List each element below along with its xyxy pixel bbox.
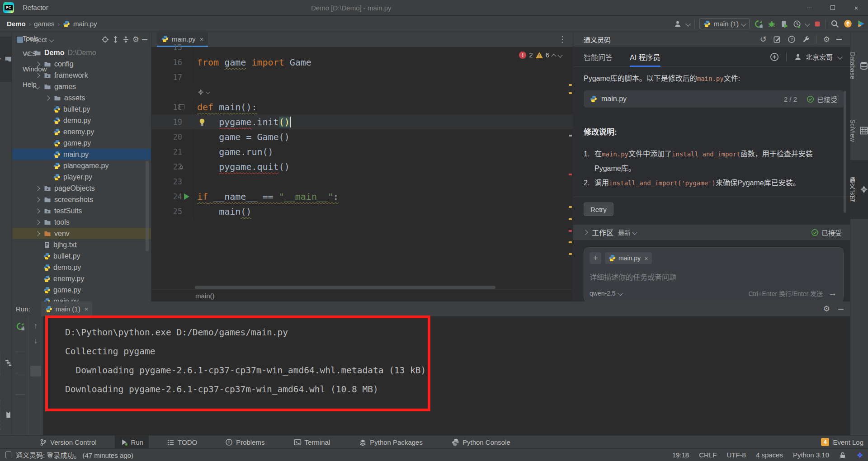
scroll-to-end-icon[interactable] (30, 366, 41, 376)
editor-horizontal-scrollbar[interactable] (195, 286, 495, 289)
tree-item-pageObjects[interactable]: pageObjects (12, 183, 151, 194)
remove-context-icon[interactable]: × (644, 254, 648, 262)
tree-item-enemy.py[interactable]: enemy.py (12, 273, 151, 284)
code-line-16[interactable]: 16 from game import Game (151, 55, 573, 70)
edit-configuration-wrench-icon[interactable] (15, 336, 26, 347)
code-line-15[interactable]: 15 (151, 40, 573, 55)
workspace-expand-icon[interactable] (583, 230, 588, 235)
up-stacktrace-icon[interactable]: ↑ (30, 321, 41, 332)
tree-item-bullet.py[interactable]: bullet.py (12, 250, 151, 262)
tree-item-assets[interactable]: assets (12, 92, 151, 103)
maximize-button[interactable] (821, 0, 844, 15)
inline-ai-widget[interactable] (151, 85, 573, 99)
code-line-21[interactable]: 21 game.run() (151, 144, 573, 159)
tree-item-venv[interactable]: venv (12, 228, 151, 239)
lock-icon[interactable] (839, 452, 846, 459)
code-line-19[interactable]: 19 pygame.init() (151, 114, 573, 129)
soft-wrap-icon[interactable] (30, 351, 41, 362)
debug-icon[interactable] (768, 20, 776, 28)
code-line-20[interactable]: 20 game = Game() (151, 129, 573, 144)
next-issue-icon[interactable] (557, 52, 562, 57)
search-everywhere-icon[interactable] (830, 19, 839, 28)
tree-item-bjhg.txt[interactable]: bjhg.txt (12, 239, 151, 250)
model-selector[interactable]: qwen-2.5 (590, 290, 622, 297)
tool-strip-tab-Project[interactable]: Project (0, 37, 12, 82)
lingma-colored-icon[interactable] (857, 19, 865, 28)
code-line-22[interactable]: 22⌂ pygame.quit() (151, 159, 573, 174)
menu-tools[interactable]: Tools (18, 31, 54, 46)
add-context-button[interactable]: + (590, 252, 601, 264)
add-session-icon[interactable] (770, 52, 779, 61)
status-item[interactable]: 19:18 (672, 451, 689, 459)
pin-tab-icon[interactable] (15, 400, 26, 410)
profiler-dropdown-icon[interactable] (805, 21, 810, 26)
close-button[interactable]: × (844, 0, 868, 15)
prompt-composer[interactable]: + main.py × 详细描述你的任务或者问题 qwen-2.5 Ctrl+E… (584, 247, 844, 301)
tree-item-main.py[interactable]: main.py (12, 296, 151, 301)
tool-window-button-TODO[interactable]: TODO (161, 436, 203, 449)
prev-issue-icon[interactable] (551, 54, 556, 59)
breadcrumb-item[interactable]: main.py (73, 20, 97, 28)
tool-strip-tab-通义灵码[interactable]: 通义灵码 (850, 160, 868, 219)
tree-item-game.py[interactable]: game.py (12, 284, 151, 296)
restore-layout-icon[interactable] (15, 378, 26, 389)
new-chat-icon[interactable] (773, 35, 781, 43)
user-account-icon[interactable] (674, 20, 682, 28)
stripe-mark[interactable] (569, 174, 572, 175)
assistant-tab-AI 程序员[interactable]: AI 程序员 (630, 47, 660, 67)
fold-region-icon[interactable]: − (179, 104, 184, 109)
run-console[interactable]: D:\Python\python.exe D:/Demo/games/main.… (43, 316, 850, 435)
lingma-status-icon[interactable] (856, 452, 863, 459)
menu-help[interactable]: Help (18, 77, 54, 92)
settings-wrench-icon[interactable] (802, 35, 810, 43)
stop-icon[interactable] (15, 357, 26, 368)
assistant-user[interactable]: 北京宏哥 (794, 52, 842, 61)
hide-panel-icon[interactable] (142, 39, 147, 40)
gear-icon[interactable]: ⚙ (823, 35, 830, 44)
stripe-mark[interactable] (569, 135, 572, 136)
tree-item-tools[interactable]: tools (12, 216, 151, 228)
tree-item-screenshots[interactable]: screenshots (12, 194, 151, 205)
workspace-latest-dropdown[interactable]: 最新 (618, 228, 637, 237)
menu-vcs[interactable]: VCS (18, 46, 54, 61)
intention-bulb-icon[interactable] (198, 118, 206, 128)
tree-item-main.py[interactable]: main.py (12, 149, 151, 160)
retry-button[interactable]: Retry (584, 202, 613, 216)
code-line-17[interactable]: 17 (151, 70, 573, 85)
history-icon[interactable]: ↺ (760, 34, 767, 44)
down-stacktrace-icon[interactable]: ↓ (30, 336, 41, 347)
tool-strip-tab-Database[interactable]: Database (850, 38, 868, 93)
status-item[interactable]: Python 3.10 (793, 451, 829, 459)
tree-item-enemy.py[interactable]: enemy.py (12, 126, 151, 137)
tool-window-button-Run[interactable]: Run (115, 436, 149, 449)
code-line-23[interactable]: 23 (151, 174, 573, 189)
run-with-coverage-icon[interactable] (780, 20, 788, 28)
user-dropdown-icon[interactable] (685, 21, 690, 26)
modified-file-card[interactable]: main.py 2 / 2 已接受 (584, 90, 844, 108)
tree-item-demo.py[interactable]: demo.py (12, 262, 151, 273)
status-item[interactable]: UTF-8 (726, 451, 746, 459)
print-icon[interactable] (30, 381, 41, 391)
run-config-selector[interactable]: main (1) (699, 18, 750, 29)
menu-refactor[interactable]: Refactor (18, 0, 54, 15)
stripe-mark[interactable] (569, 84, 572, 86)
tool-window-button-Problems[interactable]: Problems (220, 436, 270, 449)
run-tab-main[interactable]: main (1) × (41, 301, 93, 316)
gear-icon[interactable]: ⚙ (823, 304, 830, 314)
tool-strip-tab-Structure[interactable]: Structure (0, 339, 12, 387)
tool-strip-tab-SciView[interactable]: SciView (850, 108, 868, 153)
tree-item-testSuits[interactable]: testSuits (12, 205, 151, 216)
tool-window-button-Version Control[interactable]: Version Control (34, 436, 102, 449)
context-file-chip[interactable]: main.py × (605, 252, 652, 264)
status-item[interactable]: 4 spaces (756, 451, 783, 459)
workspace-row[interactable]: 工作区 最新 已接受 (573, 224, 850, 240)
stop-icon[interactable] (814, 20, 821, 28)
stripe-mark[interactable] (569, 241, 572, 243)
gear-icon[interactable]: ⚙ (132, 35, 139, 44)
fold-end-icon[interactable]: ⌂ (179, 163, 183, 170)
project-scrollbar[interactable] (146, 161, 149, 251)
menu-window[interactable]: Window (18, 61, 54, 77)
breadcrumb-item[interactable]: games (34, 20, 54, 28)
collapse-all-icon[interactable] (122, 36, 130, 43)
run-tab-close-icon[interactable]: × (85, 305, 89, 313)
